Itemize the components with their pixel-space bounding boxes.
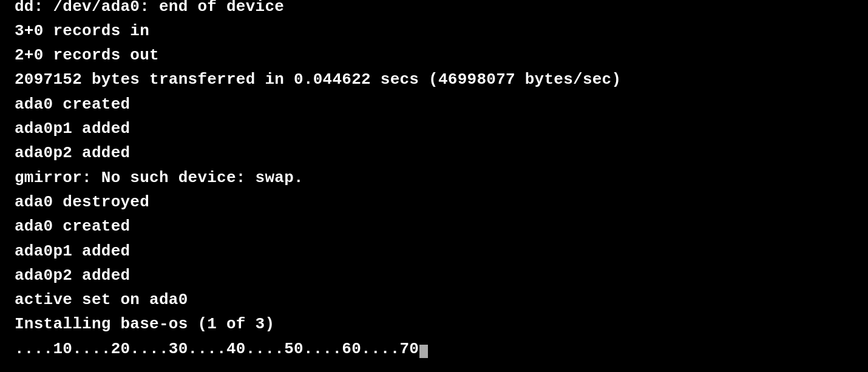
terminal-line-8: gmirror: No such device: swap.	[15, 166, 853, 190]
terminal-line-12: ada0p2 added	[15, 263, 853, 288]
terminal-line-6: ada0p1 added	[15, 117, 853, 141]
terminal-line-4: 2097152 bytes transferred in 0.044622 se…	[15, 67, 853, 92]
terminal-line-14: Installing base-os (1 of 3)	[15, 312, 853, 336]
terminal-line-1: dd: /dev/ada0: end of device	[15, 0, 853, 19]
terminal-line-5: ada0 created	[15, 92, 853, 117]
terminal-cursor	[419, 345, 428, 358]
terminal-line-13: active set on ada0	[15, 288, 853, 312]
terminal-line-15: ....10....20....30....40....50....60....…	[15, 337, 853, 361]
terminal-line-3: 2+0 records out	[15, 43, 853, 67]
terminal-line-2: 3+0 records in	[15, 19, 853, 43]
terminal-line-7: ada0p2 added	[15, 141, 853, 165]
terminal-line-10: ada0 created	[15, 214, 853, 238]
terminal-line-9: ada0 destroyed	[15, 190, 853, 214]
terminal-window: dd: /dev/ada0: end of device 3+0 records…	[0, 0, 868, 372]
terminal-line-11: ada0p1 added	[15, 239, 853, 263]
